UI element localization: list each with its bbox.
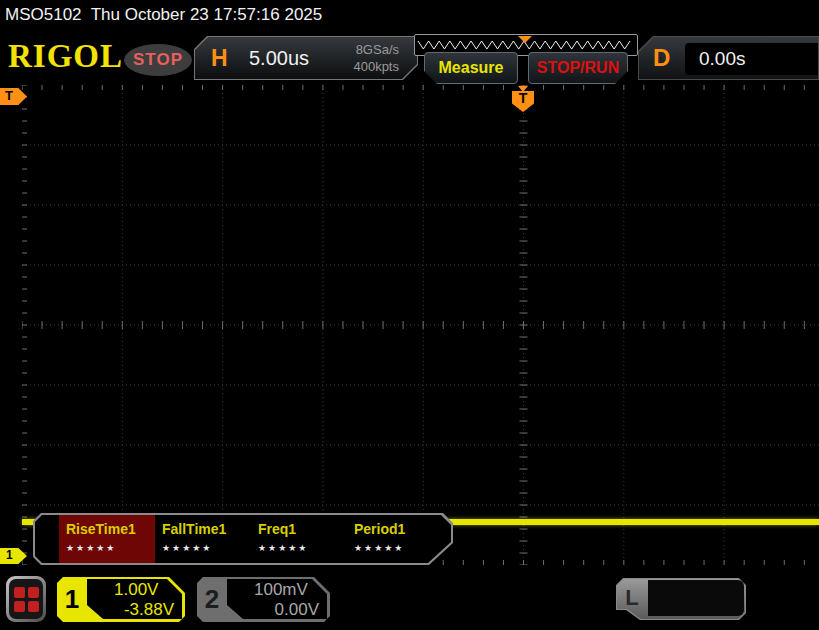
channel2-values: 100mV 0.00V bbox=[227, 579, 327, 619]
channel2-status-panel[interactable]: 2 100mV 0.00V bbox=[197, 577, 330, 622]
sample-rate-and-depth: 8GSa/s 400kpts bbox=[353, 41, 399, 75]
rigol-logo: RIGOL bbox=[8, 38, 123, 75]
quick-menu-grid-icon bbox=[9, 579, 43, 619]
channel1-number: 1 bbox=[57, 577, 87, 622]
measurement-item-period[interactable]: Period1 ★★★★★ bbox=[347, 515, 443, 563]
sample-rate: 8GSa/s bbox=[353, 41, 399, 58]
menu-square-icon bbox=[14, 601, 25, 612]
logic-row-0-7: 0 1 2 3 4 5 6 7 bbox=[648, 616, 744, 630]
channel2-scale: 100mV bbox=[254, 580, 308, 600]
horizontal-label: H bbox=[211, 45, 228, 72]
measurement-results-panel: RiseTime1 ★★★★★ FallTime1 ★★★★★ Freq1 ★★… bbox=[33, 513, 453, 565]
channel1-scale: 1.00V bbox=[114, 580, 158, 600]
measurement-item-risetime[interactable]: RiseTime1 ★★★★★ bbox=[59, 515, 155, 563]
measurement-label: Period1 bbox=[354, 521, 443, 537]
trigger-delay-inner: D 0.00s bbox=[639, 37, 818, 79]
logic-channels-panel[interactable]: L 0 1 2 3 4 5 6 7 8 9 10 11 12 13 14 15 bbox=[616, 578, 746, 620]
measurement-item-freq[interactable]: Freq1 ★★★★★ bbox=[251, 515, 347, 563]
quick-menu-button[interactable] bbox=[6, 576, 46, 622]
delay-label: D bbox=[653, 44, 670, 72]
logic-label: L bbox=[616, 578, 648, 620]
menu-square-icon bbox=[14, 587, 25, 598]
measure-button[interactable]: Measure bbox=[424, 52, 518, 84]
measurement-label: RiseTime1 bbox=[66, 521, 155, 537]
horizontal-settings-panel[interactable]: H 5.00us 8GSa/s 400kpts bbox=[194, 36, 418, 80]
horizontal-settings-inner: H 5.00us 8GSa/s 400kpts bbox=[195, 37, 417, 79]
measurement-value: ★★★★★ bbox=[66, 543, 155, 553]
oscilloscope-screen: MSO5102 Thu October 23 17:57:16 2025 RIG… bbox=[0, 0, 819, 630]
measurement-item-falltime[interactable]: FallTime1 ★★★★★ bbox=[155, 515, 251, 563]
channel2-offset: 0.00V bbox=[235, 600, 319, 620]
measurement-value: ★★★★★ bbox=[258, 543, 347, 553]
measurement-value: ★★★★★ bbox=[162, 543, 251, 553]
measurement-label: Freq1 bbox=[258, 521, 347, 537]
menu-square-icon bbox=[28, 587, 39, 598]
delay-value: 0.00s bbox=[685, 43, 819, 75]
run-state-badge: STOP bbox=[124, 44, 192, 76]
channel1-offset: -3.88V bbox=[95, 600, 174, 620]
measurement-value: ★★★★★ bbox=[354, 543, 443, 553]
stop-run-button[interactable]: STOP/RUN bbox=[528, 52, 628, 84]
timebase-value: 5.00us bbox=[249, 47, 309, 70]
trigger-delay-panel[interactable]: D 0.00s bbox=[638, 36, 819, 80]
menu-square-icon bbox=[28, 601, 39, 612]
measurement-label: FallTime1 bbox=[162, 521, 251, 537]
channel2-number: 2 bbox=[197, 577, 227, 622]
channel1-values: 1.00V -3.88V bbox=[87, 579, 182, 619]
preview-trigger-position-icon[interactable] bbox=[518, 36, 532, 43]
measurement-results-inner: RiseTime1 ★★★★★ FallTime1 ★★★★★ Freq1 ★★… bbox=[35, 515, 451, 563]
channel1-status-panel[interactable]: 1 1.00V -3.88V bbox=[57, 577, 185, 622]
logic-channel-numbers: 0 1 2 3 4 5 6 7 8 9 10 11 12 13 14 15 bbox=[648, 580, 744, 616]
graticule-grid bbox=[22, 85, 819, 565]
memory-depth: 400kpts bbox=[353, 58, 399, 75]
titlebar-model-and-clock: MSO5102 Thu October 23 17:57:16 2025 bbox=[0, 0, 819, 32]
